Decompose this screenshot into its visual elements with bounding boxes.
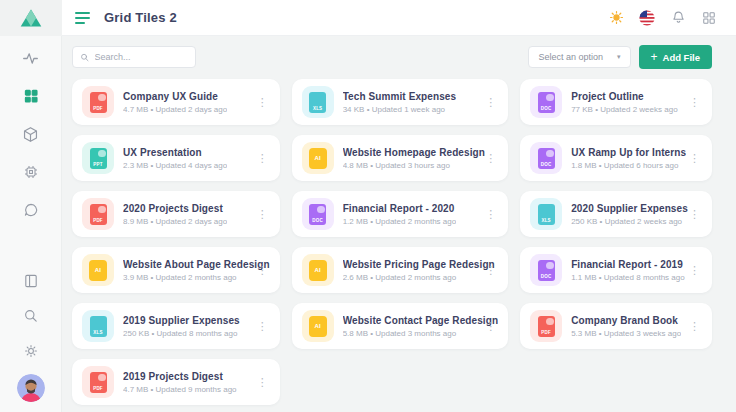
file-title: 2019 Projects Digest bbox=[123, 371, 237, 382]
more-options-button[interactable]: ⋮ bbox=[482, 206, 499, 223]
file-info: Website Contact Page Redesign 5.8 MB • U… bbox=[343, 315, 499, 338]
theme-sun-icon[interactable] bbox=[607, 9, 625, 27]
file-card[interactable]: AI Website Pricing Page Redesign 2.6 MB … bbox=[292, 247, 509, 293]
avatar-image bbox=[17, 374, 45, 402]
file-card[interactable]: DOC Project Outline 77 KB • Updated 2 we… bbox=[520, 79, 712, 125]
file-type-label: AI bbox=[95, 267, 101, 273]
more-options-button[interactable]: ⋮ bbox=[686, 94, 703, 111]
file-title: UX Presentation bbox=[123, 147, 227, 158]
file-meta: 4.7 MB • Updated 2 days ago bbox=[123, 105, 227, 114]
file-type-icon: AI bbox=[302, 310, 334, 342]
file-type-label: DOC bbox=[541, 106, 552, 111]
file-type-label: AI bbox=[314, 323, 320, 329]
more-options-button[interactable]: ⋮ bbox=[254, 94, 271, 111]
file-title: Financial Report - 2019 bbox=[571, 259, 685, 270]
file-card[interactable]: PDF 2019 Projects Digest 4.7 MB • Update… bbox=[72, 359, 280, 405]
file-card[interactable]: AI Website Contact Page Redesign 5.8 MB … bbox=[292, 303, 509, 349]
file-card[interactable]: DOC UX Ramp Up for Interns 1.8 MB • Upda… bbox=[520, 135, 712, 181]
file-meta: 5.8 MB • Updated 3 months ago bbox=[343, 329, 499, 338]
box-icon bbox=[22, 126, 39, 143]
menu-toggle-icon[interactable] bbox=[75, 12, 90, 24]
file-type-badge: PDF bbox=[90, 204, 107, 225]
sidebar-item-box[interactable] bbox=[19, 122, 43, 146]
more-options-button[interactable]: ⋮ bbox=[482, 262, 499, 279]
more-options-button[interactable]: ⋮ bbox=[254, 262, 271, 279]
file-card[interactable]: AI Website About Page Redesign 3.9 MB • … bbox=[72, 247, 280, 293]
file-info: UX Presentation 2.3 MB • Updated 4 days … bbox=[123, 147, 227, 170]
header-actions bbox=[607, 9, 718, 27]
sidebar-item-search[interactable] bbox=[19, 304, 43, 328]
sidebar-item-settings[interactable] bbox=[19, 339, 43, 363]
file-card[interactable]: PDF Company Brand Book 5.3 MB • Updated … bbox=[520, 303, 712, 349]
file-meta: 34 KB • Updated 1 week ago bbox=[343, 105, 457, 114]
file-info: Project Outline 77 KB • Updated 2 weeks … bbox=[571, 91, 677, 114]
file-type-icon: XLS bbox=[530, 198, 562, 230]
file-info: Website Pricing Page Redesign 2.6 MB • U… bbox=[343, 259, 495, 282]
file-type-icon: XLS bbox=[302, 86, 334, 118]
more-options-button[interactable]: ⋮ bbox=[686, 150, 703, 167]
file-card[interactable]: XLS 2019 Supplier Expenses 250 KB • Upda… bbox=[72, 303, 280, 349]
file-info: UX Ramp Up for Interns 1.8 MB • Updated … bbox=[571, 147, 686, 170]
file-type-label: XLS bbox=[93, 330, 102, 335]
file-type-label: PDF bbox=[93, 218, 103, 223]
sidebar-item-chat[interactable] bbox=[19, 198, 43, 222]
file-card[interactable]: PDF 2020 Projects Digest 8.9 MB • Update… bbox=[72, 191, 280, 237]
grid-tiles-icon bbox=[23, 88, 39, 104]
file-type-icon: XLS bbox=[82, 310, 114, 342]
file-info: 2019 Projects Digest 4.7 MB • Updated 9 … bbox=[123, 371, 237, 394]
more-options-button[interactable]: ⋮ bbox=[254, 374, 271, 391]
file-info: Tech Summit Expenses 34 KB • Updated 1 w… bbox=[343, 91, 457, 114]
file-type-label: AI bbox=[314, 155, 320, 161]
file-meta: 2.3 MB • Updated 4 days ago bbox=[123, 161, 227, 170]
file-meta: 1.2 MB • Updated 2 months ago bbox=[343, 217, 457, 226]
sidebar-item-cpu[interactable] bbox=[19, 160, 43, 184]
file-card[interactable]: PPT UX Presentation 2.3 MB • Updated 4 d… bbox=[72, 135, 280, 181]
more-options-button[interactable]: ⋮ bbox=[482, 318, 499, 335]
apps-grid-icon[interactable] bbox=[700, 9, 718, 27]
file-type-badge: AI bbox=[89, 260, 107, 281]
add-file-button[interactable]: + Add File bbox=[639, 45, 713, 69]
user-avatar[interactable] bbox=[17, 374, 45, 402]
file-type-icon: PDF bbox=[82, 198, 114, 230]
cpu-icon bbox=[23, 164, 39, 180]
file-type-icon: PDF bbox=[530, 310, 562, 342]
search-input[interactable] bbox=[95, 52, 188, 62]
file-type-badge: AI bbox=[309, 260, 327, 281]
notifications-bell-icon[interactable] bbox=[669, 9, 687, 27]
file-card[interactable]: XLS 2020 Supplier Expenses 250 KB • Upda… bbox=[520, 191, 712, 237]
more-options-button[interactable]: ⋮ bbox=[686, 206, 703, 223]
more-options-button[interactable]: ⋮ bbox=[482, 150, 499, 167]
more-options-button[interactable]: ⋮ bbox=[254, 150, 271, 167]
file-type-label: PDF bbox=[93, 106, 103, 111]
sidebar-item-grid-tiles[interactable] bbox=[19, 84, 43, 108]
file-title: Website Homepage Redesign bbox=[343, 147, 485, 158]
file-info: 2020 Projects Digest 8.9 MB • Updated 2 … bbox=[123, 203, 227, 226]
content-area: Select an option ▾ + Add File PDF Compan… bbox=[62, 36, 736, 412]
more-options-button[interactable]: ⋮ bbox=[254, 206, 271, 223]
filter-select[interactable]: Select an option ▾ bbox=[528, 46, 630, 68]
chat-icon bbox=[23, 202, 39, 218]
file-card[interactable]: PDF Company UX Guide 4.7 MB • Updated 2 … bbox=[72, 79, 280, 125]
sidebar-item-activity[interactable] bbox=[19, 46, 43, 70]
language-us-flag-icon[interactable] bbox=[638, 9, 656, 27]
more-options-button[interactable]: ⋮ bbox=[482, 94, 499, 111]
file-meta: 8.9 MB • Updated 2 days ago bbox=[123, 217, 227, 226]
sidebar bbox=[0, 0, 62, 412]
more-options-button[interactable]: ⋮ bbox=[686, 318, 703, 335]
file-meta: 3.9 MB • Updated 2 months ago bbox=[123, 273, 270, 282]
file-type-badge: PDF bbox=[90, 92, 107, 113]
more-options-button[interactable]: ⋮ bbox=[686, 262, 703, 279]
file-card[interactable]: DOC Financial Report - 2020 1.2 MB • Upd… bbox=[292, 191, 509, 237]
file-card[interactable]: XLS Tech Summit Expenses 34 KB • Updated… bbox=[292, 79, 509, 125]
sidebar-item-layout[interactable] bbox=[19, 269, 43, 293]
app-logo[interactable] bbox=[0, 0, 62, 36]
file-card[interactable]: DOC Financial Report - 2019 1.1 MB • Upd… bbox=[520, 247, 712, 293]
sidebar-nav-bottom bbox=[17, 269, 45, 412]
file-type-icon: AI bbox=[302, 254, 334, 286]
file-title: Website About Page Redesign bbox=[123, 259, 270, 270]
file-title: 2020 Projects Digest bbox=[123, 203, 227, 214]
file-type-label: DOC bbox=[312, 218, 323, 223]
chevron-down-icon: ▾ bbox=[617, 53, 621, 61]
file-card[interactable]: AI Website Homepage Redesign 4.8 MB • Up… bbox=[292, 135, 509, 181]
more-options-button[interactable]: ⋮ bbox=[254, 318, 271, 335]
